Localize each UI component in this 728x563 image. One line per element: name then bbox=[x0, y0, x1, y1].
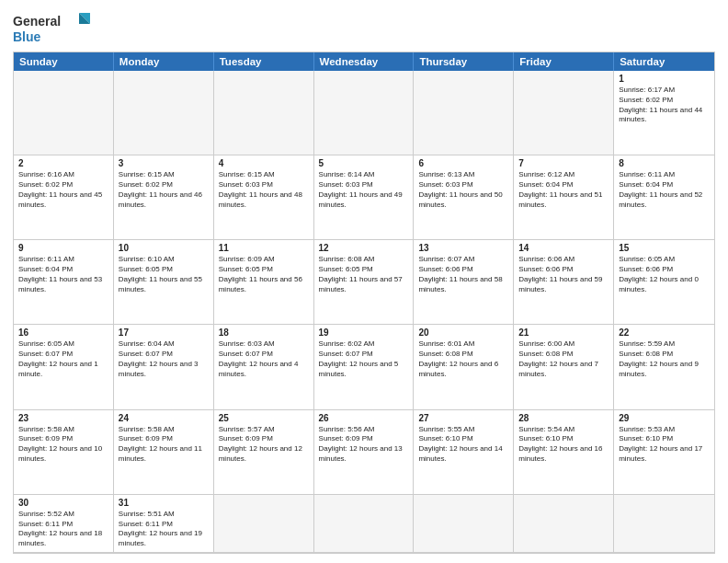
cell-info: Sunrise: 6:10 AMSunset: 6:05 PMDaylight:… bbox=[119, 255, 209, 294]
cell-date-number: 22 bbox=[619, 327, 710, 338]
cell-date-number: 26 bbox=[319, 413, 409, 423]
calendar-cell-21: 21Sunrise: 6:00 AMSunset: 6:08 PMDayligh… bbox=[514, 325, 614, 409]
cell-date-number: 7 bbox=[518, 158, 609, 168]
cell-info: Sunrise: 5:59 AMSunset: 6:08 PMDaylight:… bbox=[619, 339, 710, 379]
calendar-cell-11: 11Sunrise: 6:09 AMSunset: 6:05 PMDayligh… bbox=[214, 240, 314, 325]
calendar-cell-18: 18Sunrise: 6:03 AMSunset: 6:07 PMDayligh… bbox=[214, 325, 314, 409]
calendar-cell-5: 5Sunrise: 6:14 AMSunset: 6:03 PMDaylight… bbox=[314, 155, 415, 240]
cell-date-number: 11 bbox=[219, 243, 309, 253]
calendar-cell-29: 29Sunrise: 5:53 AMSunset: 6:10 PMDayligh… bbox=[614, 410, 714, 495]
calendar-cell-8: 8Sunrise: 6:11 AMSunset: 6:04 PMDaylight… bbox=[614, 155, 714, 240]
cell-date-number: 9 bbox=[18, 243, 108, 253]
cell-info: Sunrise: 5:57 AMSunset: 6:09 PMDaylight:… bbox=[219, 425, 309, 465]
calendar-cell-empty bbox=[514, 71, 614, 155]
cell-info: Sunrise: 5:52 AMSunset: 6:11 PMDaylight:… bbox=[18, 510, 108, 549]
cell-info: Sunrise: 6:01 AMSunset: 6:08 PMDaylight:… bbox=[418, 339, 508, 379]
cell-info: Sunrise: 6:15 AMSunset: 6:03 PMDaylight:… bbox=[219, 170, 309, 210]
cell-date-number: 20 bbox=[418, 327, 508, 338]
svg-text:General: General bbox=[13, 14, 61, 29]
calendar-cell-empty bbox=[314, 71, 415, 155]
calendar-cell-15: 15Sunrise: 6:05 AMSunset: 6:06 PMDayligh… bbox=[614, 240, 714, 325]
cell-info: Sunrise: 6:02 AMSunset: 6:07 PMDaylight:… bbox=[319, 339, 409, 379]
calendar-cell-2: 2Sunrise: 6:16 AMSunset: 6:02 PMDaylight… bbox=[14, 155, 114, 240]
calendar-cell-19: 19Sunrise: 6:02 AMSunset: 6:07 PMDayligh… bbox=[314, 325, 415, 409]
cell-date-number: 14 bbox=[518, 243, 609, 253]
cell-info: Sunrise: 5:58 AMSunset: 6:09 PMDaylight:… bbox=[119, 425, 209, 465]
calendar: SundayMondayTuesdayWednesdayThursdayFrid… bbox=[13, 52, 715, 554]
day-header-saturday: Saturday bbox=[614, 52, 714, 71]
calendar-cell-24: 24Sunrise: 5:58 AMSunset: 6:09 PMDayligh… bbox=[114, 410, 214, 495]
cell-info: Sunrise: 5:58 AMSunset: 6:09 PMDaylight:… bbox=[18, 425, 108, 465]
cell-date-number: 8 bbox=[619, 158, 710, 168]
cell-info: Sunrise: 5:54 AMSunset: 6:10 PMDaylight:… bbox=[518, 425, 609, 465]
cell-info: Sunrise: 6:05 AMSunset: 6:07 PMDaylight:… bbox=[18, 339, 108, 379]
calendar-cell-empty bbox=[614, 495, 714, 553]
cell-info: Sunrise: 6:11 AMSunset: 6:04 PMDaylight:… bbox=[18, 255, 108, 294]
cell-date-number: 19 bbox=[319, 327, 409, 338]
cell-date-number: 31 bbox=[119, 498, 209, 508]
cell-date-number: 18 bbox=[219, 327, 309, 338]
cell-date-number: 5 bbox=[319, 158, 409, 168]
calendar-cell-empty bbox=[414, 495, 514, 553]
cell-date-number: 12 bbox=[319, 243, 409, 253]
cell-info: Sunrise: 6:05 AMSunset: 6:06 PMDaylight:… bbox=[619, 255, 710, 294]
cell-info: Sunrise: 6:00 AMSunset: 6:08 PMDaylight:… bbox=[518, 339, 609, 379]
day-header-tuesday: Tuesday bbox=[214, 52, 314, 71]
calendar-cell-10: 10Sunrise: 6:10 AMSunset: 6:05 PMDayligh… bbox=[114, 240, 214, 325]
calendar-cell-7: 7Sunrise: 6:12 AMSunset: 6:04 PMDaylight… bbox=[514, 155, 614, 240]
calendar-cell-empty bbox=[214, 71, 314, 155]
calendar-cell-14: 14Sunrise: 6:06 AMSunset: 6:06 PMDayligh… bbox=[514, 240, 614, 325]
cell-info: Sunrise: 6:16 AMSunset: 6:02 PMDaylight:… bbox=[18, 170, 108, 210]
calendar-cell-13: 13Sunrise: 6:07 AMSunset: 6:06 PMDayligh… bbox=[414, 240, 514, 325]
calendar-cell-12: 12Sunrise: 6:08 AMSunset: 6:05 PMDayligh… bbox=[314, 240, 415, 325]
calendar-cell-4: 4Sunrise: 6:15 AMSunset: 6:03 PMDaylight… bbox=[214, 155, 314, 240]
day-header-thursday: Thursday bbox=[414, 52, 514, 71]
cell-info: Sunrise: 6:03 AMSunset: 6:07 PMDaylight:… bbox=[219, 339, 309, 379]
cell-date-number: 2 bbox=[18, 158, 108, 168]
day-header-wednesday: Wednesday bbox=[314, 52, 415, 71]
calendar-cell-9: 9Sunrise: 6:11 AMSunset: 6:04 PMDaylight… bbox=[14, 240, 114, 325]
cell-info: Sunrise: 6:13 AMSunset: 6:03 PMDaylight:… bbox=[418, 170, 508, 210]
calendar-cell-17: 17Sunrise: 6:04 AMSunset: 6:07 PMDayligh… bbox=[114, 325, 214, 409]
calendar-cell-22: 22Sunrise: 5:59 AMSunset: 6:08 PMDayligh… bbox=[614, 325, 714, 409]
calendar-grid: 1Sunrise: 6:17 AMSunset: 6:02 PMDaylight… bbox=[14, 71, 714, 553]
cell-date-number: 10 bbox=[119, 243, 209, 253]
calendar-cell-27: 27Sunrise: 5:55 AMSunset: 6:10 PMDayligh… bbox=[414, 410, 514, 495]
cell-info: Sunrise: 6:06 AMSunset: 6:06 PMDaylight:… bbox=[518, 255, 609, 294]
cell-info: Sunrise: 6:17 AMSunset: 6:02 PMDaylight:… bbox=[619, 86, 710, 125]
cell-info: Sunrise: 6:12 AMSunset: 6:04 PMDaylight:… bbox=[518, 170, 609, 210]
calendar-cell-empty bbox=[214, 495, 314, 553]
cell-info: Sunrise: 6:14 AMSunset: 6:03 PMDaylight:… bbox=[319, 170, 409, 210]
calendar-cell-25: 25Sunrise: 5:57 AMSunset: 6:09 PMDayligh… bbox=[214, 410, 314, 495]
cell-info: Sunrise: 5:56 AMSunset: 6:09 PMDaylight:… bbox=[319, 425, 409, 465]
cell-info: Sunrise: 6:07 AMSunset: 6:06 PMDaylight:… bbox=[418, 255, 508, 294]
cell-date-number: 24 bbox=[119, 413, 209, 423]
calendar-cell-6: 6Sunrise: 6:13 AMSunset: 6:03 PMDaylight… bbox=[414, 155, 514, 240]
calendar-cell-23: 23Sunrise: 5:58 AMSunset: 6:09 PMDayligh… bbox=[14, 410, 114, 495]
cell-date-number: 17 bbox=[119, 327, 209, 338]
generalblue-logo-icon: General Blue bbox=[13, 9, 96, 46]
cell-date-number: 3 bbox=[119, 158, 209, 168]
cell-date-number: 16 bbox=[18, 327, 108, 338]
day-header-monday: Monday bbox=[114, 52, 214, 71]
cell-info: Sunrise: 6:11 AMSunset: 6:04 PMDaylight:… bbox=[619, 170, 710, 210]
calendar-cell-empty bbox=[114, 71, 214, 155]
day-header-friday: Friday bbox=[514, 52, 614, 71]
day-headers: SundayMondayTuesdayWednesdayThursdayFrid… bbox=[14, 52, 714, 71]
calendar-cell-empty bbox=[314, 495, 415, 553]
cell-date-number: 30 bbox=[18, 498, 108, 508]
calendar-cell-28: 28Sunrise: 5:54 AMSunset: 6:10 PMDayligh… bbox=[514, 410, 614, 495]
calendar-cell-empty bbox=[514, 495, 614, 553]
cell-date-number: 25 bbox=[219, 413, 309, 423]
cell-date-number: 13 bbox=[418, 243, 508, 253]
cell-info: Sunrise: 5:53 AMSunset: 6:10 PMDaylight:… bbox=[619, 425, 710, 465]
calendar-cell-empty bbox=[414, 71, 514, 155]
calendar-cell-empty bbox=[14, 71, 114, 155]
cell-date-number: 29 bbox=[619, 413, 710, 423]
cell-date-number: 27 bbox=[418, 413, 508, 423]
cell-date-number: 1 bbox=[619, 74, 710, 84]
calendar-cell-26: 26Sunrise: 5:56 AMSunset: 6:09 PMDayligh… bbox=[314, 410, 415, 495]
page: General Blue SundayMondayTuesdayWednesda… bbox=[0, 0, 728, 563]
calendar-cell-31: 31Sunrise: 5:51 AMSunset: 6:11 PMDayligh… bbox=[114, 495, 214, 553]
cell-date-number: 21 bbox=[518, 327, 609, 338]
